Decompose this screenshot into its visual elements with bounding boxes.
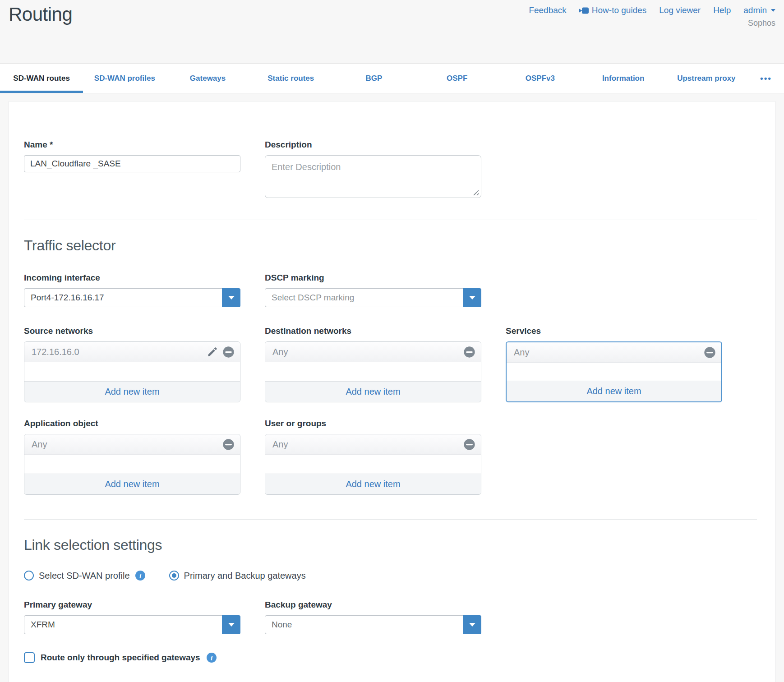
route-only-checkbox[interactable] [24,652,35,663]
add-new-item-button[interactable]: Add new item [507,381,721,401]
destination-networks-listbox: Any Add new item [265,341,481,402]
description-input[interactable] [265,155,481,198]
chevron-down-icon[interactable] [463,288,481,307]
chevron-down-icon[interactable] [222,288,240,307]
name-label: Name * [24,140,240,150]
services-listbox: Any Add new item [506,341,722,402]
edit-icon[interactable] [207,346,218,358]
tab-ospfv3[interactable]: OSPFv3 [498,64,581,93]
video-icon [579,7,589,14]
list-item: Any [507,342,721,363]
brand-label: Sophos [748,18,775,28]
link-selection-heading: Link selection settings [24,537,757,553]
dscp-marking-select[interactable]: Select DSCP marking [265,288,481,307]
content-card: Name * Description Traffic selector Inco… [9,101,775,682]
info-icon[interactable]: i [135,570,146,581]
route-only-row: Route only through specified gateways i [24,652,757,663]
description-field: Description [265,140,481,200]
chevron-down-icon[interactable] [463,615,481,634]
radio-button-icon[interactable] [24,571,34,581]
page-header: Routing Feedback How-to guides Log viewe… [0,0,784,63]
name-input[interactable] [24,155,240,172]
services-label: Services [506,326,722,336]
divider [24,519,757,520]
list-item: Any [265,342,481,362]
interface-dscp-row: Incoming interface Port4-172.16.16.17 DS… [24,273,757,307]
radio-button-selected-icon[interactable] [169,571,179,581]
tab-ospf[interactable]: OSPF [415,64,498,93]
radio-primary-backup-gateways[interactable]: Primary and Backup gateways [169,571,306,581]
header-links: Feedback How-to guides Log viewer Help a… [529,5,775,15]
feedback-link[interactable]: Feedback [529,5,566,15]
primary-gateway-label: Primary gateway [24,600,240,610]
destination-networks-label: Destination networks [265,326,481,336]
gateways-row: Primary gateway XFRM Backup gateway None [24,600,757,634]
tab-upstream-proxy[interactable]: Upstream proxy [665,64,748,93]
remove-icon[interactable] [222,346,235,358]
routing-page: Routing Feedback How-to guides Log viewe… [0,0,784,682]
incoming-interface-select[interactable]: Port4-172.16.16.17 [24,288,240,307]
admin-menu[interactable]: admin [743,5,775,15]
help-link[interactable]: Help [713,5,731,15]
source-networks-listbox: 172.16.16.0 Add new item [24,341,240,402]
remove-icon[interactable] [704,346,716,359]
backup-gateway-label: Backup gateway [265,600,481,610]
chevron-down-icon[interactable] [222,615,240,634]
tab-static-routes[interactable]: Static routes [249,64,332,93]
tab-sdwan-profiles[interactable]: SD-WAN profiles [83,64,166,93]
name-field: Name * [24,140,240,172]
tab-bar: SD-WAN routes SD-WAN profiles Gateways S… [0,63,784,93]
remove-icon[interactable] [463,346,475,358]
route-only-label: Route only through specified gateways [41,653,200,663]
list-item: 172.16.16.0 [24,342,240,362]
tab-more-ellipsis-icon[interactable]: ••• [748,64,784,93]
remove-icon[interactable] [222,438,235,451]
networks-services-row: Source networks 172.16.16.0 [24,326,757,402]
add-new-item-button[interactable]: Add new item [24,381,240,402]
list-item: Any [24,434,240,455]
incoming-interface-label: Incoming interface [24,273,240,283]
primary-gateway-select[interactable]: XFRM [24,615,240,634]
info-icon[interactable]: i [206,652,217,663]
tab-gateways[interactable]: Gateways [166,64,249,93]
user-or-groups-listbox: Any Add new item [265,434,481,495]
source-networks-label: Source networks [24,326,240,336]
list-item: Any [265,434,481,455]
traffic-selector-heading: Traffic selector [24,237,757,254]
add-new-item-button[interactable]: Add new item [265,381,481,402]
backup-gateway-select[interactable]: None [265,615,481,634]
log-viewer-link[interactable]: Log viewer [659,5,701,15]
radio-select-sdwan-profile[interactable]: Select SD-WAN profile i [24,570,146,581]
add-new-item-button[interactable]: Add new item [24,474,240,494]
link-selection-options: Select SD-WAN profile i Primary and Back… [24,570,757,581]
user-or-groups-label: User or groups [265,419,481,429]
application-users-row: Application object Any Add new item [24,419,757,495]
tab-bgp[interactable]: BGP [332,64,415,93]
tab-information[interactable]: Information [582,64,665,93]
name-description-row: Name * Description [24,140,757,200]
divider [24,220,757,220]
remove-icon[interactable] [463,438,475,451]
application-object-label: Application object [24,419,240,429]
description-label: Description [265,140,481,150]
add-new-item-button[interactable]: Add new item [265,474,481,494]
page-title: Routing [9,4,72,25]
caret-down-icon [771,9,775,12]
application-object-listbox: Any Add new item [24,434,240,495]
tab-sdwan-routes[interactable]: SD-WAN routes [0,64,83,93]
howto-guides-link[interactable]: How-to guides [579,5,646,15]
dscp-marking-label: DSCP marking [265,273,481,283]
